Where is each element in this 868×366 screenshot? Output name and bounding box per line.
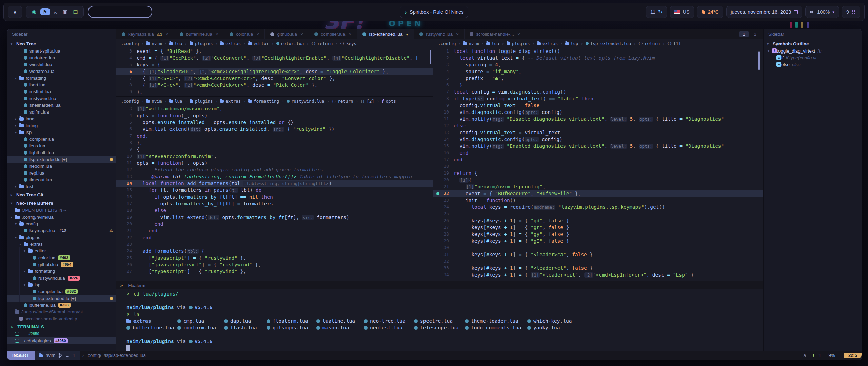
code-line[interactable]: 11opts = function(_, opts) <box>116 160 433 166</box>
breadcrumb-item[interactable]: lsp-extended.lua <box>586 41 631 46</box>
breadcrumb-item[interactable]: formatting <box>248 99 279 104</box>
code-line[interactable]: 23 init = function() <box>433 197 763 204</box>
code-line[interactable]: 33 keys[#keys + 1] = { "<leader>cl", fal… <box>433 265 763 271</box>
tree-item[interactable]: winshift.lua <box>7 61 116 68</box>
buffer-item[interactable]: compiler.lua#682 <box>7 288 116 295</box>
buffer-item[interactable]: OPEN BUFFERS in ~ <box>7 207 116 214</box>
code-line[interactable]: 16 if opts.formatters_by_ft[ft] == nil t… <box>116 194 433 200</box>
breadcrumb-item[interactable]: lua <box>169 41 182 46</box>
code-line[interactable]: 18 <box>433 163 763 170</box>
tab-github-lua[interactable]: github.lua× <box>265 29 309 39</box>
tree-item[interactable]: rustfmt.lua <box>7 88 116 95</box>
file-icon[interactable]: ▤ <box>72 8 79 15</box>
code-line[interactable]: 24 add_formatters(tbl: { <box>116 248 433 255</box>
breadcrumb-item[interactable]: {}return <box>332 99 353 104</box>
breadcrumb-item[interactable]: .config <box>438 41 456 46</box>
tree-item[interactable]: ▸test <box>7 183 116 190</box>
breadcrumb-item[interactable]: nvim <box>463 41 479 46</box>
buffer-item[interactable]: ▾config <box>7 220 116 227</box>
buffer-item[interactable]: ▾plugins <box>7 234 116 241</box>
code-line[interactable]: 10[1]"stevearc/conform.nvim", <box>116 153 433 160</box>
code-line[interactable]: 6 { [1]"<leader>uC", [2]"<cmd>CccHighlig… <box>116 68 433 75</box>
code-line[interactable]: 26 keys[#keys + 1] = { "gd", false } <box>433 217 763 224</box>
breadcrumb-item[interactable]: {}keys <box>340 41 356 46</box>
close-icon[interactable]: × <box>166 32 169 37</box>
code-line[interactable]: 8 { [1]"<C-c>", [2]"<cmd>CccPick<cr>", d… <box>116 82 433 88</box>
tab-keymaps-lua[interactable]: keymaps.lua⚠3× <box>116 29 174 39</box>
code-line[interactable]: 6 } <box>433 82 763 88</box>
code-line[interactable]: 10 vim.diagnostic.config(opts: config) <box>433 109 763 116</box>
code-line[interactable]: 13 config.virtual_text = virtual_text <box>433 129 763 136</box>
tree-item[interactable]: ▾formatting <box>7 75 116 81</box>
code-line[interactable]: 31 keys[#keys + 1] = { "<leader>ca", fal… <box>433 251 763 258</box>
symbol-if[interactable]: ≡ifif type(config.vi <box>764 54 862 61</box>
code-line[interactable]: 3event = { "BufRead" }, <box>116 48 433 55</box>
tabpage-2[interactable]: 2 <box>751 31 760 37</box>
breadcrumb-item[interactable]: {}[2] <box>360 99 374 104</box>
scrollbar-handle[interactable] <box>758 51 760 70</box>
code-line[interactable]: 27 keys[#keys + 1] = { "gr", false } <box>433 224 763 231</box>
buffer-item[interactable]: ▾lsp <box>7 281 116 288</box>
close-icon[interactable]: × <box>256 32 259 37</box>
tree-item[interactable]: ▾lsp <box>7 129 116 136</box>
code-line[interactable]: 21 end <box>116 227 433 234</box>
code-line[interactable]: 3[1]"williamboman/mason.nvim", <box>116 105 433 112</box>
symbol-else[interactable]: ≡elseelse <box>764 61 862 68</box>
code-line[interactable]: 12else <box>433 122 763 129</box>
code-line[interactable]: 16 end <box>433 149 763 156</box>
breadcrumb-item[interactable]: plugins <box>190 41 213 46</box>
breadcrumb-item[interactable]: {}[1] <box>667 41 681 46</box>
copy-icon[interactable]: ▣ <box>61 8 69 15</box>
tree-item[interactable]: worktree.lua <box>7 68 116 75</box>
code-line[interactable]: 30 <box>433 244 763 251</box>
breadcrumb-item[interactable]: editor <box>248 41 269 46</box>
weather-widget[interactable]: 24°C <box>697 6 723 18</box>
code-line[interactable]: 22 end <box>116 234 433 241</box>
breadcrumb-item[interactable]: plugins <box>190 99 213 104</box>
code-line[interactable]: 12 --- Extend the conform plugin config … <box>116 166 433 173</box>
tab-compiler-lua[interactable]: compiler.lua× <box>309 29 357 39</box>
editor-pane-lsp-extended-lua[interactable]: .config›nvim›lua›plugins›extras›lsp›lsp-… <box>433 39 763 281</box>
tab-color-lua[interactable]: color.lua× <box>224 29 265 39</box>
terminal-output[interactable]: cdlua/plugins/nvim/lua/pluginsviav5.4.6l… <box>116 289 763 351</box>
buffer-item[interactable]: ▾extras <box>7 241 116 247</box>
code-line[interactable]: 32 <box>433 258 763 265</box>
scrollbar-handle[interactable] <box>430 50 431 64</box>
close-icon[interactable]: × <box>300 32 303 37</box>
buffer-item[interactable]: color.lua#493 <box>7 254 116 261</box>
infinity-icon[interactable]: ∞ <box>53 9 59 15</box>
code-line[interactable]: 25 ["javascript"] = { "rustywind" }, <box>116 255 433 261</box>
tree-item[interactable]: ▸lang <box>7 115 116 122</box>
workspace-widget[interactable]: 9 <box>842 6 860 18</box>
breadcrumb-item[interactable]: .config <box>121 99 139 104</box>
flag-icon[interactable]: ⚑ <box>40 8 50 15</box>
buffer-item[interactable]: ▾.config/nvim/lua <box>7 214 116 220</box>
breadcrumb-item[interactable]: lsp <box>565 41 578 46</box>
code-line[interactable]: 28 keys[#keys + 1] = { "gy", false } <box>433 231 763 238</box>
code-line[interactable]: 11 vim.notify(msg: "Disable diagnostics … <box>433 116 763 122</box>
keyboard-layout-widget[interactable]: US <box>670 6 694 18</box>
breadcrumb-item[interactable]: color.lua <box>276 41 304 46</box>
code-line[interactable]: 3 spacing = 4, <box>433 61 763 68</box>
breadcrumb-item[interactable]: rustywind.lua <box>287 99 324 104</box>
close-icon[interactable]: × <box>349 32 351 37</box>
code-line[interactable]: 9 config.virtual_text = false <box>433 102 763 109</box>
section-symbols-outline[interactable]: Symbols Outline <box>764 40 862 47</box>
breadcrumb-item[interactable]: .config <box>121 41 139 46</box>
code-line[interactable]: 20 [1]{ <box>433 177 763 183</box>
terminal-item[interactable]: ~#2859 <box>7 330 116 337</box>
code-line[interactable]: 21 [1]"neovim/nvim-lspconfig", <box>433 183 763 190</box>
buffer-item[interactable]: ▾formatting <box>7 268 116 274</box>
breadcrumb-item[interactable]: {}return <box>311 41 333 46</box>
tab-scrollbar-handle-[interactable]: scrollbar-handle-...× <box>465 29 526 39</box>
code-line[interactable]: 27 ["typescript"] = { "rustywind" }, <box>116 268 433 275</box>
code-line[interactable]: 17end <box>433 156 763 163</box>
tab-lsp-extended-lua[interactable]: lsp-extended.lua● <box>357 29 414 39</box>
tree-item[interactable]: undotree.lua <box>7 54 116 61</box>
tab-bufferline-lua[interactable]: bufferline.lua× <box>174 29 224 39</box>
code-line[interactable]: 17 opts.formatters_by_ft[ft] = formatter… <box>116 200 433 207</box>
code-line[interactable]: 5keys = { <box>116 61 433 68</box>
breadcrumb-item[interactable]: extras <box>537 41 558 46</box>
breadcrumb-item[interactable]: lua <box>169 99 182 104</box>
close-icon[interactable]: × <box>216 32 218 37</box>
